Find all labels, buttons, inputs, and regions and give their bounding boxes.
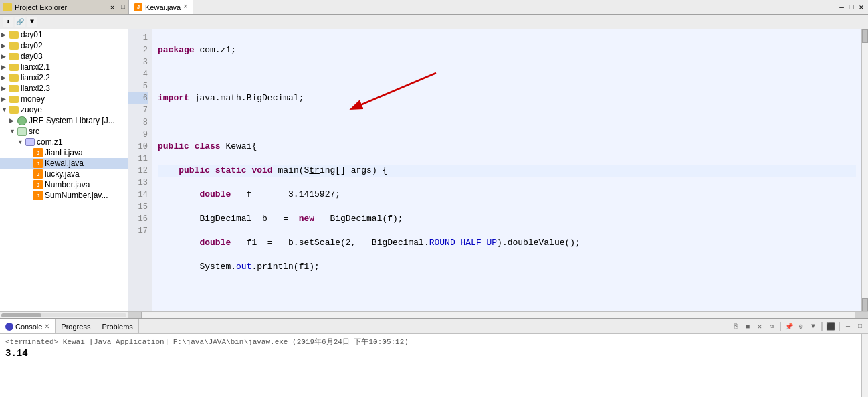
line-num: 7 xyxy=(128,104,148,116)
sidebar-item-label: lianxi2.3 xyxy=(21,84,50,93)
console-btn-stop[interactable]: ■ xyxy=(742,321,753,332)
vscroll-up-btn[interactable] xyxy=(862,29,868,43)
sidebar-item-lucky[interactable]: J lucky.java xyxy=(0,169,128,179)
console-btn-pin[interactable]: 📌 xyxy=(784,321,794,332)
arrow-icon: ▶ xyxy=(1,74,9,81)
line-num: 9 xyxy=(128,129,148,141)
console-btn-props[interactable]: ⚙ xyxy=(796,321,806,332)
arrow-icon: ▶ xyxy=(1,85,9,92)
folder-icon xyxy=(9,42,19,50)
editor-hscroll[interactable] xyxy=(128,311,868,318)
window-controls: — □ ✕ xyxy=(835,3,868,11)
maximize-icon[interactable]: □ xyxy=(121,3,125,11)
console-btn-terminate[interactable]: ⬛ xyxy=(825,321,836,332)
console-btn-copy[interactable]: ⎘ xyxy=(730,321,741,332)
progress-tab[interactable]: Progress xyxy=(56,319,96,333)
code-line-1: package com.z1; xyxy=(158,44,856,56)
sidebar-item-label: day03 xyxy=(21,52,43,61)
window-minimize-btn[interactable]: — xyxy=(837,3,846,11)
window-close-btn[interactable]: ✕ xyxy=(857,3,865,11)
sidebar-item-day01[interactable]: ▶ day01 xyxy=(0,29,128,40)
sidebar-item-comz1[interactable]: ▼ com.z1 xyxy=(0,137,128,147)
sidebar-hscroll[interactable] xyxy=(0,311,128,318)
sidebar-item-src[interactable]: ▼ src xyxy=(0,126,128,137)
sidebar-item-kewai[interactable]: J Kewai.java xyxy=(0,158,128,169)
sidebar-item-label: lianxi2.2 xyxy=(21,73,50,82)
hscroll-thumb[interactable] xyxy=(1,313,41,317)
console-toolbar: ⎘ ■ ✕ ⌫ 📌 ⚙ ▼ ⬛ — □ xyxy=(728,321,868,332)
console-tab-icon xyxy=(5,323,13,331)
console-tab-close-icon[interactable]: ✕ xyxy=(44,323,49,330)
progress-tab-label: Progress xyxy=(61,323,90,331)
vscroll-track xyxy=(862,43,868,298)
problems-tab[interactable]: Problems xyxy=(96,319,138,333)
sidebar-item-label: src xyxy=(29,127,39,136)
editor-tab-kewai[interactable]: J Kewai.java × xyxy=(128,0,193,14)
line-numbers: 1 2 3 4 5 6 7 8 9 10 11 12 13 14 15 16 1 xyxy=(128,29,152,311)
java-tab-icon: J xyxy=(134,3,142,11)
console-btn-remove[interactable]: ✕ xyxy=(754,321,765,332)
arrow-icon: ▶ xyxy=(1,31,9,38)
hscroll-right-btn[interactable] xyxy=(855,312,868,318)
arrow-icon: ▶ xyxy=(1,96,9,102)
line-num: 5 xyxy=(128,80,148,92)
arrow-icon: ▶ xyxy=(1,53,9,60)
line-num: 2 xyxy=(128,44,148,56)
java-file-icon: J xyxy=(33,180,43,189)
sidebar-item-lianxi21[interactable]: ▶ lianxi2.1 xyxy=(0,62,128,72)
sidebar-tree: ▶ day01 ▶ day02 ▶ day03 ▶ xyxy=(0,29,128,318)
sidebar-item-label: Kewai.java xyxy=(45,159,84,168)
java-file-icon: J xyxy=(33,191,43,200)
sidebar-item-lianxi22[interactable]: ▶ lianxi2.2 xyxy=(0,72,128,83)
link-btn[interactable]: 🔗 xyxy=(15,17,25,27)
src-icon xyxy=(17,127,27,136)
sidebar-item-money[interactable]: ▶ money xyxy=(0,94,128,104)
code-line-2 xyxy=(158,68,856,80)
sidebar-item-day02[interactable]: ▶ day02 xyxy=(0,40,128,51)
console-output: 3.14 xyxy=(5,348,863,359)
console-tab-bar: Console ✕ Progress Problems ⎘ ■ ✕ ⌫ 📌 ⚙ … xyxy=(0,319,868,334)
console-btn-maximize[interactable]: □ xyxy=(855,321,865,332)
editor-vscroll[interactable] xyxy=(861,29,868,311)
folder-icon xyxy=(9,96,19,103)
divider xyxy=(780,322,781,331)
sidebar-item-label: zuoye xyxy=(21,105,42,114)
console-btn-minimize[interactable]: — xyxy=(843,321,853,332)
project-explorer-close-icon[interactable]: ✕ xyxy=(110,3,114,11)
arrow-icon: ▼ xyxy=(1,106,9,113)
code-line-4 xyxy=(158,116,856,129)
sidebar-item-label: day02 xyxy=(21,41,43,50)
view-menu-btn[interactable]: ▼ xyxy=(27,17,37,27)
sidebar-item-number[interactable]: J Number.java xyxy=(0,179,128,190)
editor-tab-close-icon[interactable]: × xyxy=(183,3,187,11)
sidebar-item-jianli[interactable]: J JianLi.java xyxy=(0,147,128,158)
console-btn-view[interactable]: ▼ xyxy=(808,321,819,332)
sidebar-item-lianxi23[interactable]: ▶ lianxi2.3 xyxy=(0,83,128,94)
code-editor: 1 2 3 4 5 6 7 8 9 10 11 12 13 14 15 16 1 xyxy=(128,29,868,318)
sidebar-item-day03[interactable]: ▶ day03 xyxy=(0,51,128,62)
java-file-icon: J xyxy=(33,148,43,157)
code-content[interactable]: package com.z1; import java.math.BigDeci… xyxy=(152,29,861,311)
arrow-icon: ▶ xyxy=(1,64,9,70)
java-file-icon: J xyxy=(33,159,43,168)
code-container: 1 2 3 4 5 6 7 8 9 10 11 12 13 14 15 16 1 xyxy=(128,29,868,311)
sidebar-item-jre[interactable]: ▶ JRE System Library [J... xyxy=(0,115,128,126)
hscroll-left-btn[interactable] xyxy=(128,312,142,318)
editor-tab-label: Kewai.java xyxy=(145,3,181,11)
console-vscroll[interactable] xyxy=(861,334,868,397)
sidebar-item-zuoye[interactable]: ▼ zuoye xyxy=(0,104,128,115)
console-content[interactable]: <terminated> Kewai [Java Application] F:… xyxy=(0,334,868,397)
folder-icon xyxy=(9,64,19,71)
collapse-all-btn[interactable]: ⬇ xyxy=(3,17,13,27)
sidebar-item-sumnumber[interactable]: J SumNumber.jav... xyxy=(0,190,128,201)
sidebar-toolbar: ⬇ 🔗 ▼ xyxy=(0,15,128,29)
line-num: 14 xyxy=(128,189,148,201)
java-file-icon: J xyxy=(33,169,43,179)
console-tab[interactable]: Console ✕ xyxy=(0,319,56,333)
console-btn-clear[interactable]: ⌫ xyxy=(766,321,777,332)
minimize-icon[interactable]: — xyxy=(116,3,120,11)
vscroll-down-btn[interactable] xyxy=(862,298,868,311)
console-status-line: <terminated> Kewai [Java Application] F:… xyxy=(5,337,863,347)
sidebar-item-label: com.z1 xyxy=(37,137,63,147)
window-maximize-btn[interactable]: □ xyxy=(847,3,856,11)
